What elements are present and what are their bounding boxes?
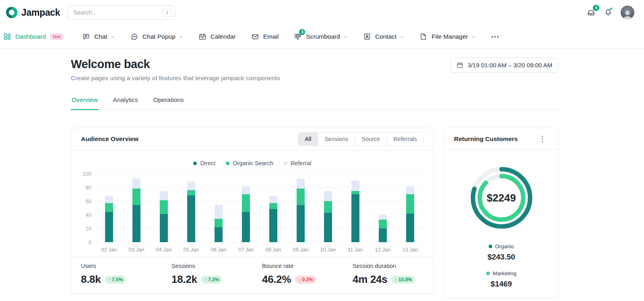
nav-label-dashboard: Dashboard	[15, 33, 46, 40]
y-tick-label: 20	[86, 226, 91, 232]
brand-logo-icon	[6, 6, 18, 19]
x-tick-label: 13 Jan	[402, 242, 418, 253]
bar-segment-direct	[379, 228, 387, 242]
bar-stack	[297, 179, 305, 242]
nav-item-contact[interactable]: Contact	[363, 33, 404, 41]
page-title: Welcome back	[71, 58, 280, 71]
bar-segment-organic-search	[379, 220, 387, 228]
bar-segment-organic-search	[160, 200, 168, 214]
y-tick-label: 80	[86, 185, 91, 191]
bar-group: 06 Jan	[205, 174, 232, 253]
segment-all[interactable]: All	[298, 133, 318, 145]
bar-segment-organic-search	[187, 190, 195, 196]
tab-analytics[interactable]: Analytics	[112, 94, 139, 110]
cards-row: Audience Overview All Sessions Source Re…	[71, 128, 559, 299]
tab-bar: Overview Analytics Operations	[71, 94, 559, 110]
x-tick-label: 07 Jan	[238, 242, 254, 253]
brand-name: Jampack	[21, 7, 60, 18]
stat-delta-badge: ↓ 0.3%	[295, 276, 316, 284]
legend-item-referral[interactable]: Referral	[284, 160, 312, 166]
stat-delta-badge: ↑ 7.2%	[201, 276, 223, 284]
bar-stack	[379, 215, 387, 242]
marketing-value: $1469	[486, 280, 516, 289]
hot-badge: Hot	[50, 33, 64, 40]
returning-card-title: Returning Customers	[454, 135, 518, 143]
stat-value: 18.2k	[171, 273, 197, 286]
bar-segment-referral	[351, 181, 359, 191]
kebab-menu-icon[interactable]: ⋮	[536, 134, 549, 143]
y-tick-label: 40	[86, 212, 91, 218]
chart-body: 020406080100 02 Jan03 Jan04 Jan05 Jan06 …	[81, 174, 424, 253]
bar-stack	[105, 196, 113, 242]
bar-group: 05 Jan	[178, 174, 205, 253]
nav-item-file-manager[interactable]: File Manager	[419, 33, 475, 41]
bar-segment-organic-search	[105, 203, 113, 212]
organic-legend-dot	[489, 245, 492, 248]
marketing-legend-label: Marketing	[493, 270, 516, 276]
bar-segment-organic-search	[324, 201, 332, 213]
stat-bounce-rate: Bounce rate46.2%↓ 0.3%	[252, 257, 343, 294]
stat-label: Bounce rate	[262, 263, 333, 269]
tab-operations[interactable]: Operations	[153, 94, 185, 110]
notifications-button[interactable]	[604, 8, 613, 17]
bar-stack	[324, 191, 332, 242]
nav-item-email[interactable]: Email	[251, 33, 279, 41]
legend-item-organic-search[interactable]: Organic Search	[226, 160, 273, 166]
bar-segment-referral	[105, 196, 113, 203]
nav-item-chat-popup[interactable]: Chat Popup	[130, 33, 183, 41]
chat-popup-icon	[130, 33, 138, 41]
stat-session-duration: Session duration4m 24s↑ 10.8%	[343, 257, 433, 294]
search-shortcut-key: /	[163, 8, 172, 17]
bar-segment-direct	[297, 205, 305, 242]
bar-stack	[187, 181, 195, 242]
search-input[interactable]	[72, 9, 162, 16]
chevron-down-icon	[179, 35, 183, 39]
stat-value: 46.2%	[262, 273, 291, 286]
stat-value: 4m 24s	[353, 273, 387, 286]
x-tick-label: 04 Jan	[156, 242, 171, 253]
audience-card-title: Audience Overview	[81, 135, 138, 143]
bar-group: 04 Jan	[150, 174, 178, 253]
bar-segment-organic-search	[132, 189, 140, 205]
segment-sessions[interactable]: Sessions	[318, 133, 355, 145]
bar-stack	[160, 191, 168, 242]
main-content: Welcome back Create pages using a variet…	[71, 58, 559, 299]
scrumboard-count-badge: 3	[299, 29, 305, 35]
nav-item-chat[interactable]: Chat	[82, 33, 115, 41]
bar-segment-organic-search	[351, 191, 359, 195]
stat-value: 8.8k	[81, 273, 101, 286]
bar-stack	[351, 181, 359, 242]
bar-segment-referral	[379, 215, 387, 220]
calendar-icon	[456, 62, 463, 69]
bar-stack	[406, 186, 414, 242]
nav-more-button[interactable]: ⋯	[491, 32, 500, 42]
segment-source[interactable]: Source	[355, 133, 386, 145]
legend-label: Organic Search	[233, 160, 273, 166]
returning-customers-card: Returning Customers ⋮ $2249 O	[444, 128, 559, 299]
bar-group: 13 Jan	[396, 174, 424, 253]
nav-item-dashboard[interactable]: Dashboard Hot	[3, 33, 64, 41]
user-avatar[interactable]	[621, 6, 634, 19]
bar-segment-direct	[269, 209, 277, 242]
nav-item-scrumboard[interactable]: 3 Scrumboard	[294, 33, 347, 41]
tab-overview[interactable]: Overview	[71, 94, 99, 110]
x-tick-label: 08 Jan	[265, 242, 281, 253]
stat-users: Users8.8k↑ 7.5%	[71, 257, 162, 294]
segment-referrals[interactable]: Referrals	[386, 133, 423, 145]
stats-row: Users8.8k↑ 7.5%Sessions18.2k↑ 7.2%Bounce…	[71, 257, 433, 294]
marketing-legend-dot	[486, 272, 490, 275]
date-range-picker[interactable]: 3/19 01:00 AM – 3/20 09:00 AM	[450, 58, 559, 73]
legend-item-direct[interactable]: Direct	[193, 160, 215, 166]
inbox-button[interactable]: 4	[586, 8, 596, 17]
chevron-down-icon	[343, 35, 348, 39]
donut-center-value: $2249	[467, 164, 536, 232]
legend-dot	[284, 162, 287, 165]
brand-logo[interactable]: Jampack	[6, 6, 60, 19]
file-manager-icon	[419, 33, 427, 41]
bar-group: 09 Jan	[287, 174, 314, 253]
bar-group: 03 Jan	[123, 174, 150, 253]
welcome-row: Welcome back Create pages using a variet…	[71, 58, 559, 82]
bar-segment-direct	[351, 194, 359, 242]
nav-label-file-manager: File Manager	[431, 33, 468, 40]
nav-item-calendar[interactable]: Calendar	[198, 33, 236, 41]
